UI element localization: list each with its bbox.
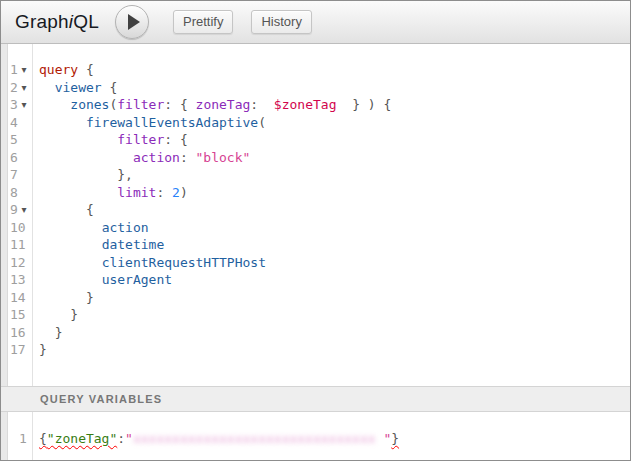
graphiql-logo: GraphiQL (15, 11, 99, 33)
code-line[interactable]: 7 }, (1, 166, 630, 184)
code-text: zones(filter: { zoneTag: $zoneTag } ) { (1, 96, 391, 114)
toolbar: GraphiQL Prettify History (1, 1, 630, 44)
code-line[interactable]: 6 action: "block" (1, 149, 630, 167)
line-number: 5 (10, 131, 18, 149)
line-number: 1 (19, 430, 27, 448)
query-editor[interactable]: 1▾query {2▾ viewer {3▾ zones(filter: { z… (1, 44, 630, 386)
code-line[interactable]: 11 datetime (1, 236, 630, 254)
line-number: 15 (10, 306, 26, 324)
code-text: clientRequestHTTPHost (1, 254, 266, 272)
code-line[interactable]: 10 action (1, 219, 630, 237)
line-number: 9 (10, 201, 18, 219)
query-variables-header[interactable]: QUERY VARIABLES (1, 386, 630, 412)
code-line[interactable]: 16 } (1, 324, 630, 342)
code-line[interactable]: 13 userAgent (1, 271, 630, 289)
query-variables-lines: 1{"zoneTag":"xxxxxxxxxxxxxxxxxxxxxxxxxxx… (1, 412, 630, 448)
line-number: 16 (10, 324, 26, 342)
logo-text-post: QL (73, 11, 99, 32)
code-text: }, (1, 166, 133, 184)
code-line[interactable]: 12 clientRequestHTTPHost (1, 254, 630, 272)
line-number: 3 (10, 96, 18, 114)
code-line[interactable]: 15 } (1, 306, 630, 324)
line-number: 7 (10, 166, 18, 184)
line-number: 17 (10, 341, 26, 359)
code-text: userAgent (1, 271, 172, 289)
fold-arrow-icon[interactable]: ▾ (18, 96, 30, 114)
code-text: action: "block" (1, 149, 250, 167)
code-line[interactable]: 14 } (1, 289, 630, 307)
code-line[interactable]: 5 filter: { (1, 131, 630, 149)
code-line[interactable]: 3▾ zones(filter: { zoneTag: $zoneTag } )… (1, 96, 630, 114)
code-text: limit: 2) (1, 184, 188, 202)
execute-query-button[interactable] (115, 5, 149, 39)
line-number: 12 (10, 254, 26, 272)
prettify-button[interactable]: Prettify (173, 10, 233, 34)
code-text: firewallEventsAdaptive( (1, 114, 266, 132)
line-number: 1 (10, 61, 18, 79)
play-icon (128, 14, 140, 30)
code-line[interactable]: 9▾ { (1, 201, 630, 219)
code-line[interactable]: 1{"zoneTag":"xxxxxxxxxxxxxxxxxxxxxxxxxxx… (1, 430, 630, 448)
line-number: 4 (10, 114, 18, 132)
history-button[interactable]: History (251, 10, 311, 34)
line-number: 13 (10, 271, 26, 289)
code-text: filter: { (1, 131, 188, 149)
line-number: 10 (10, 219, 26, 237)
code-line[interactable]: 4 firewallEventsAdaptive( (1, 114, 630, 132)
query-editor-lines: 1▾query {2▾ viewer {3▾ zones(filter: { z… (1, 44, 630, 359)
line-number: 2 (10, 79, 18, 97)
graphiql-window: GraphiQL Prettify History 1▾query {2▾ vi… (0, 0, 631, 461)
logo-text-pre: Graph (15, 11, 69, 32)
line-number: 14 (10, 289, 26, 307)
code-line[interactable]: 2▾ viewer { (1, 79, 630, 97)
query-variables-title: QUERY VARIABLES (40, 393, 162, 405)
code-line[interactable]: 17} (1, 341, 630, 359)
code-line[interactable]: 1▾query { (1, 61, 630, 79)
code-line[interactable]: 8 limit: 2) (1, 184, 630, 202)
fold-arrow-icon[interactable]: ▾ (18, 201, 30, 219)
line-number: 11 (10, 236, 26, 254)
fold-arrow-icon[interactable]: ▾ (18, 79, 30, 97)
line-number: 8 (10, 184, 18, 202)
code-text: {"zoneTag":"xxxxxxxxxxxxxxxxxxxxxxxxxxxx… (1, 430, 399, 448)
fold-arrow-icon[interactable]: ▾ (18, 61, 30, 79)
query-variables-editor[interactable]: 1{"zoneTag":"xxxxxxxxxxxxxxxxxxxxxxxxxxx… (1, 412, 630, 460)
line-number: 6 (10, 149, 18, 167)
